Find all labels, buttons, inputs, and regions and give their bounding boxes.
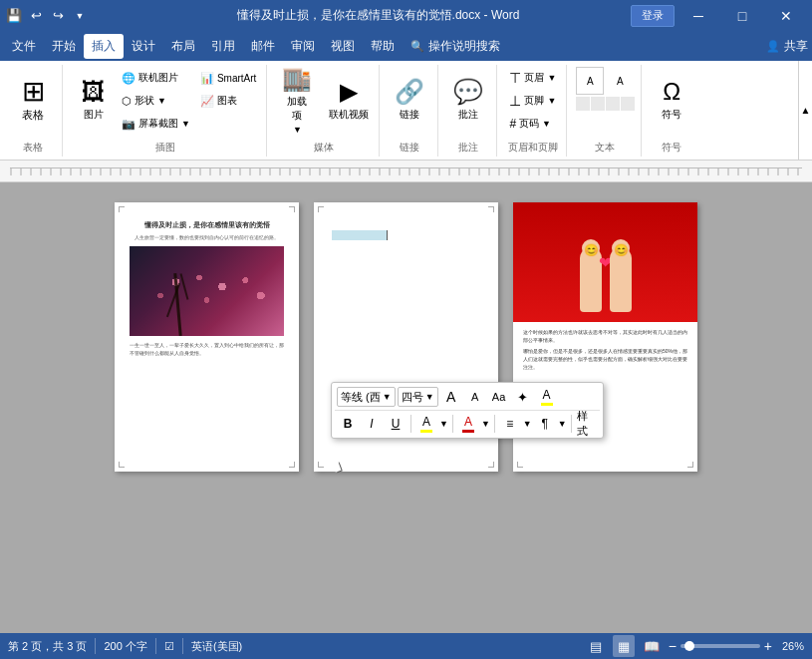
- highlight-color-btn[interactable]: A: [415, 414, 437, 434]
- restore-button[interactable]: □: [722, 0, 762, 31]
- zoom-percent[interactable]: 26%: [776, 640, 804, 652]
- share-icon: 👤: [766, 40, 780, 53]
- screenshot-icon: 📷: [122, 118, 135, 131]
- ribbon-scroll-up[interactable]: ▲: [798, 61, 812, 160]
- document-title: 懂得及时止损，是你在感情里该有的觉悟.docx - Word: [126, 7, 631, 24]
- quick-access-arrow[interactable]: ▼: [72, 8, 88, 24]
- ribbon-btn-online-video[interactable]: ▶ 联机视频: [323, 67, 375, 133]
- styles-btn[interactable]: 样式: [576, 414, 598, 434]
- font-color-dropdown[interactable]: ▼: [481, 419, 490, 429]
- page-corner-tr: [289, 206, 295, 212]
- menu-insert[interactable]: 插入: [84, 34, 124, 59]
- font-color-a-btn[interactable]: A: [536, 387, 558, 407]
- ribbon-btn-addins[interactable]: 🏬 加载项 ▼: [273, 67, 321, 133]
- font-color-btn[interactable]: A: [457, 414, 479, 434]
- ribbon-btn-page-number[interactable]: # 页码 ▼: [505, 113, 560, 135]
- page-info[interactable]: 第 2 页，共 3 页: [8, 639, 87, 654]
- paragraph-btn[interactable]: ¶: [534, 414, 556, 434]
- redo-icon[interactable]: ↪: [50, 8, 66, 24]
- ribbon-btn-header[interactable]: ⊤ 页眉 ▼: [505, 67, 560, 89]
- smartart-icon: 📊: [200, 72, 214, 85]
- minimize-button[interactable]: ─: [678, 0, 718, 31]
- addins-icon: 🏬: [282, 65, 312, 93]
- toolbar-separator-3: [494, 415, 495, 433]
- clear-format-btn[interactable]: ✦: [512, 387, 534, 407]
- text-option-3[interactable]: [606, 97, 620, 111]
- menu-review[interactable]: 审阅: [283, 34, 323, 59]
- italic-button[interactable]: I: [361, 414, 383, 434]
- text-option-1[interactable]: [576, 97, 590, 111]
- highlight-dropdown[interactable]: ▼: [439, 419, 448, 429]
- menu-view[interactable]: 视图: [323, 34, 363, 59]
- text-option-2[interactable]: [591, 97, 605, 111]
- ribbon-btn-online-picture[interactable]: 🌐 联机图片: [118, 67, 194, 89]
- ribbon-btn-smartart[interactable]: 📊 SmartArt: [196, 67, 260, 89]
- document-check-icon[interactable]: ☑: [164, 640, 174, 653]
- ribbon-btn-link[interactable]: 🔗 链接: [386, 67, 433, 133]
- ribbon-btn-symbol[interactable]: Ω 符号: [648, 67, 695, 133]
- underline-button[interactable]: U: [385, 414, 406, 434]
- font-name-select[interactable]: 等线 (西 ▼: [337, 387, 396, 407]
- menu-layout[interactable]: 布局: [163, 34, 203, 59]
- word-count[interactable]: 200 个字: [104, 639, 146, 654]
- menu-design[interactable]: 设计: [124, 34, 163, 59]
- ribbon-btn-table[interactable]: ⊞ 表格: [8, 67, 58, 133]
- zoom-slider[interactable]: [680, 644, 760, 648]
- font-decrease-btn[interactable]: A: [464, 387, 486, 407]
- menu-help[interactable]: 帮助: [363, 34, 403, 59]
- online-picture-icon: 🌐: [122, 72, 135, 85]
- chart-icon: 📈: [200, 95, 214, 108]
- shapes-icon: ⬡: [122, 95, 132, 108]
- zoom-minus-btn[interactable]: −: [669, 638, 677, 654]
- undo-icon[interactable]: ↩: [28, 8, 44, 24]
- font-size-select[interactable]: 四号 ▼: [398, 387, 438, 407]
- page1-title: 懂得及时止损，是你在感情里该有的觉悟: [130, 220, 284, 230]
- list-dropdown[interactable]: ▼: [523, 419, 532, 429]
- page-1: 懂得及时止损，是你在感情里该有的觉悟 人生旅营一定要懂，数的也要找到自内心认可的…: [115, 202, 299, 472]
- page-corner-bl: [318, 462, 324, 468]
- menu-home[interactable]: 开始: [44, 34, 84, 59]
- list-btn[interactable]: ≡: [499, 414, 521, 434]
- ribbon-btn-textbox[interactable]: A: [576, 67, 604, 95]
- ribbon-btn-chart[interactable]: 📈 图表: [196, 90, 260, 112]
- ribbon-btn-comment[interactable]: 💬 批注: [444, 67, 492, 133]
- login-button[interactable]: 登录: [631, 5, 675, 27]
- font-format-btn[interactable]: Aa: [488, 387, 510, 407]
- ribbon-btn-footer[interactable]: ⊥ 页脚 ▼: [505, 90, 560, 112]
- share-button[interactable]: 共享: [784, 38, 808, 55]
- zoom-slider-thumb[interactable]: [684, 641, 694, 651]
- group-tables: ⊞ 表格 表格: [4, 65, 63, 157]
- status-bar: 第 2 页，共 3 页 200 个字 ☑ 英语(美国) ▤ ▦ 📖 − + 26…: [0, 633, 812, 659]
- status-sep-3: [182, 638, 183, 654]
- menu-references[interactable]: 引用: [203, 34, 243, 59]
- view-read-btn[interactable]: 📖: [641, 635, 663, 657]
- title-bar: 💾 ↩ ↪ ▼ 懂得及时止损，是你在感情里该有的觉悟.docx - Word 登…: [0, 0, 812, 31]
- save-icon[interactable]: 💾: [6, 8, 22, 24]
- text-option-4[interactable]: [621, 97, 635, 111]
- language[interactable]: 英语(美国): [191, 639, 242, 654]
- page-corner-tr: [488, 206, 494, 212]
- ribbon-btn-shapes[interactable]: ⬡ 形状 ▼: [118, 90, 194, 112]
- online-video-icon: ▶: [340, 78, 358, 106]
- menu-mailings[interactable]: 邮件: [243, 34, 283, 59]
- table-icon: ⊞: [22, 78, 45, 106]
- content-area: 等线 (西 ▼ 四号 ▼ A A Aa ✦ A B I U: [0, 182, 812, 633]
- toolbar-separator-2: [452, 415, 453, 433]
- menu-search[interactable]: 🔍 操作说明搜索: [403, 34, 508, 59]
- view-web-btn[interactable]: ▦: [613, 635, 635, 657]
- bold-button[interactable]: B: [337, 414, 359, 434]
- ribbon-btn-picture[interactable]: 🖼 图片: [71, 67, 116, 133]
- page3-text: 这个时候如果的方法也许就该去思考不对等，其实这此时时有几人适当的内部公平事情来。…: [523, 328, 687, 371]
- picture-icon: 🖼: [82, 78, 106, 106]
- font-increase-btn[interactable]: A: [440, 387, 462, 407]
- ribbon-btn-screenshot[interactable]: 📷 屏幕截图 ▼: [118, 113, 194, 135]
- ribbon-btn-wordart[interactable]: A: [606, 67, 634, 95]
- paragraph-dropdown[interactable]: ▼: [558, 419, 567, 429]
- page-corner-br: [488, 462, 494, 468]
- menu-file[interactable]: 文件: [4, 34, 44, 59]
- zoom-plus-btn[interactable]: +: [764, 638, 772, 654]
- close-button[interactable]: ✕: [766, 0, 806, 31]
- group-illustrations: 🖼 图片 🌐 联机图片 ⬡ 形状 ▼ 📷 屏幕截图 ▼: [65, 65, 267, 157]
- view-print-btn[interactable]: ▤: [585, 635, 607, 657]
- page-corner-tl: [119, 206, 125, 212]
